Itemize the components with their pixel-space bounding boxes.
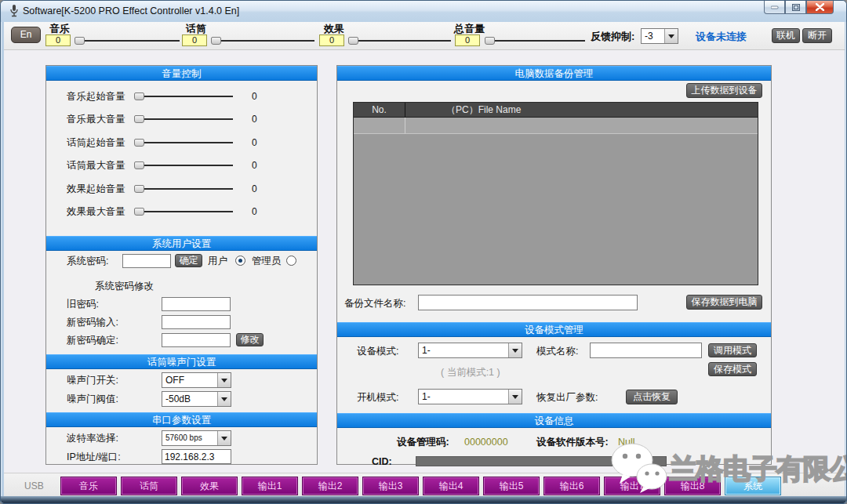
slider-handle[interactable] <box>134 115 144 123</box>
table-header: No. （PC）File Name <box>354 103 758 118</box>
password-change-title: 系统密码修改 <box>95 279 154 293</box>
slider-handle[interactable] <box>211 37 221 45</box>
firmware-version-value: Null <box>618 435 635 449</box>
tab-effect[interactable]: 效果 <box>181 477 238 495</box>
slider-handle[interactable] <box>134 92 144 100</box>
chevron-down-icon[interactable] <box>508 343 522 357</box>
toolbar-master-label: 总音量 <box>454 22 485 35</box>
factory-restore-button[interactable]: 点击恢复 <box>626 390 678 404</box>
baud-rate-value: 57600 bps <box>162 431 217 445</box>
vol-row-value: 0 <box>252 158 257 172</box>
mic-start-volume-slider[interactable] <box>134 138 233 147</box>
toolbar-effect-slider[interactable] <box>348 36 451 45</box>
app-window: Software[K-5200 PRO Effect Controller v1… <box>0 0 847 504</box>
slider-handle[interactable] <box>134 139 144 147</box>
upload-to-device-button[interactable]: 上传数据到设备 <box>686 83 762 98</box>
slider-handle[interactable] <box>75 37 85 45</box>
window-title: Software[K-5200 PRO Effect Controller v1… <box>23 5 239 16</box>
device-info-header: 设备信息 <box>337 413 771 428</box>
device-mode-label: 设备模式: <box>357 344 398 358</box>
tab-output4[interactable]: 输出4 <box>423 477 479 495</box>
recall-mode-button[interactable]: 调用模式 <box>708 343 757 357</box>
toolbar-master-slider[interactable] <box>485 36 585 45</box>
serial-params-header: 串口参数设置 <box>46 412 317 427</box>
window-bottom-frame <box>1 496 846 503</box>
close-button[interactable] <box>806 1 834 14</box>
admin-radio[interactable] <box>286 256 296 266</box>
noise-gate-switch-label: 噪声门开关: <box>67 373 118 387</box>
music-max-volume-slider[interactable] <box>134 114 233 124</box>
confirm-button[interactable]: 确定 <box>175 254 202 267</box>
old-password-input[interactable] <box>162 297 231 311</box>
chevron-down-icon[interactable] <box>217 373 231 387</box>
tab-output6[interactable]: 输出6 <box>543 477 600 495</box>
save-mode-button[interactable]: 保存模式 <box>708 362 757 376</box>
user-radio[interactable] <box>235 256 245 266</box>
mic-max-volume-slider[interactable] <box>134 161 233 170</box>
baud-rate-select[interactable]: 57600 bps <box>162 430 231 446</box>
table-col-filename: （PC）File Name <box>405 103 758 117</box>
language-button[interactable]: En <box>11 27 41 43</box>
disconnect-button[interactable]: 断开 <box>802 28 832 43</box>
backup-file-table[interactable]: No. （PC）File Name <box>353 102 758 285</box>
cid-value-bar <box>416 456 667 466</box>
minimize-button[interactable] <box>764 1 785 14</box>
slider-track <box>144 188 233 190</box>
toolbar-music-value: 0 <box>45 34 71 46</box>
slider-handle[interactable] <box>134 185 144 193</box>
backup-filename-input[interactable] <box>418 295 638 310</box>
title-bar: Software[K-5200 PRO Effect Controller v1… <box>1 1 846 22</box>
toolbar-mic-slider[interactable] <box>211 36 314 45</box>
chevron-down-icon[interactable] <box>217 392 231 406</box>
pc-backup-header: 电脑数据备份管理 <box>337 66 771 81</box>
effect-max-volume-slider[interactable] <box>134 207 233 216</box>
slider-handle[interactable] <box>134 161 144 169</box>
left-panel: 音量控制 音乐起始音量 0 音乐最大音量 0 话筒起始音量 0 话筒最大音量 0… <box>45 65 318 465</box>
vol-row-label: 效果最大音量 <box>67 205 125 219</box>
mode-name-input[interactable] <box>590 343 702 358</box>
current-mode-text: ( 当前模式:1 ) <box>441 365 500 379</box>
window-controls <box>764 1 834 15</box>
device-mode-header: 设备模式管理 <box>337 322 771 337</box>
tab-output7[interactable]: 输出7 <box>604 477 660 495</box>
vol-row-value: 0 <box>252 89 257 103</box>
tab-system[interactable]: 系统 <box>725 477 781 495</box>
effect-start-volume-slider[interactable] <box>134 184 233 194</box>
vol-row-label: 音乐最大音量 <box>67 112 125 126</box>
noise-gate-switch-select[interactable]: OFF <box>162 372 231 388</box>
tab-output1[interactable]: 输出1 <box>242 477 298 495</box>
vol-row-value: 0 <box>252 205 257 219</box>
music-start-volume-slider[interactable] <box>134 92 233 101</box>
device-mode-select[interactable]: 1- <box>418 343 522 358</box>
slider-handle[interactable] <box>485 37 495 45</box>
tab-music[interactable]: 音乐 <box>60 477 117 495</box>
slider-handle[interactable] <box>134 208 144 216</box>
boot-mode-label: 开机模式: <box>357 390 398 404</box>
noise-gate-threshold-select[interactable]: -50dB <box>162 391 231 407</box>
slider-handle[interactable] <box>348 37 358 45</box>
noise-gate-threshold-label: 噪声门阀值: <box>67 392 118 406</box>
tab-output5[interactable]: 输出5 <box>483 477 540 495</box>
table-row[interactable] <box>354 118 758 134</box>
system-password-input[interactable] <box>122 254 171 268</box>
tab-output8[interactable]: 输出8 <box>664 477 721 495</box>
tab-output3[interactable]: 输出3 <box>362 477 419 495</box>
chevron-down-icon[interactable] <box>508 390 522 404</box>
chevron-down-icon[interactable] <box>217 431 231 445</box>
toolbar-music-slider[interactable] <box>75 36 180 45</box>
new-password-confirm-input[interactable] <box>162 333 231 347</box>
cid-label: CID: <box>372 455 392 469</box>
connect-button[interactable]: 联机 <box>772 28 800 43</box>
feedback-suppress-select[interactable]: -3 <box>641 28 678 44</box>
tab-mic[interactable]: 话筒 <box>121 477 177 495</box>
tab-output2[interactable]: 输出2 <box>302 477 358 495</box>
maximize-button[interactable] <box>785 1 806 14</box>
boot-mode-select[interactable]: 1- <box>418 389 522 404</box>
new-password-input[interactable] <box>162 315 231 329</box>
ip-port-input[interactable] <box>162 449 231 464</box>
ip-port-label: IP地址/端口: <box>67 450 121 464</box>
save-to-pc-button[interactable]: 保存数据到电脑 <box>686 295 762 310</box>
chevron-down-icon[interactable] <box>664 29 678 43</box>
modify-button[interactable]: 修改 <box>236 333 264 346</box>
status-bar: USB 音乐 话筒 效果 输出1 输出2 输出3 输出4 输出5 输出6 输出7… <box>4 473 845 498</box>
